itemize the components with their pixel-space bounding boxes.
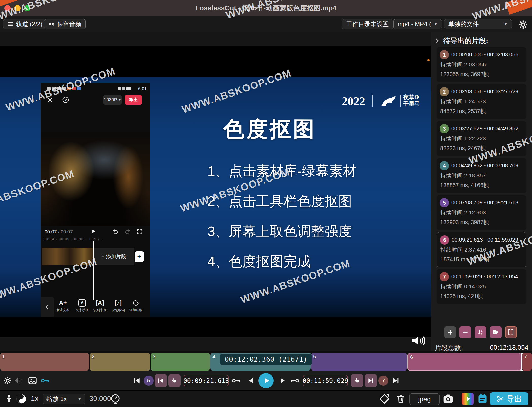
cut-end-time[interactable]: 00:11:59.029	[303, 375, 348, 386]
step-back-icon[interactable]	[247, 377, 255, 384]
fullscreen-icon[interactable]	[136, 228, 143, 235]
rotate-icon[interactable]	[379, 393, 390, 404]
tool-auto-captions[interactable]: [A] 识别字幕	[90, 298, 110, 312]
add-media-button[interactable]: +	[135, 251, 144, 262]
camera-snapshot-icon[interactable]	[442, 393, 454, 404]
brand-year: 2022	[342, 95, 365, 108]
top-toolbar: 轨道 (2/2) 保留音频 工作目录未设置 mp4 - MP4 (M ▼ 单独的…	[0, 16, 532, 33]
key-icon[interactable]	[290, 376, 300, 385]
speedometer-icon[interactable]	[110, 393, 121, 404]
play-icon[interactable]	[89, 228, 96, 235]
keep-audio-button[interactable]: 保留音频	[44, 19, 86, 29]
step-forward-icon[interactable]	[279, 377, 286, 384]
trash-icon[interactable]	[396, 393, 406, 404]
phone-video-preview	[41, 132, 150, 226]
timeline-segment[interactable]: 5	[311, 353, 407, 371]
chevron-right-icon	[434, 38, 440, 44]
segment-card[interactable]: 3 00:03:27.629 - 00:04:49.852 持续时间 1:22.…	[437, 121, 526, 156]
phone-time-display: 00:07 / 00:07	[45, 229, 73, 235]
video-player-area[interactable]: 6:01 1080P ▼ 导出 00:07 / 00:07	[0, 32, 431, 351]
back-chevron-button[interactable]	[41, 297, 54, 317]
segment-time-range: 00:03:27.629 - 00:04:49.852	[451, 125, 518, 132]
next-cut-icon	[367, 377, 374, 384]
waveform-icon[interactable]	[14, 377, 25, 385]
segment-number-badge: 1	[440, 50, 449, 59]
segments-panel-toggle-icon[interactable]	[477, 393, 488, 404]
segments-header[interactable]: 待导出的片段:	[434, 36, 488, 46]
redo-icon[interactable]	[124, 228, 131, 235]
segment-card[interactable]: 2 00:02:03.056 - 00:03:27.629 持续时间 1:24.…	[437, 84, 526, 119]
timeline-segment[interactable]: 7	[522, 353, 532, 371]
slide-step-2: 2、点击工具栏色度抠图	[207, 192, 352, 211]
rainbow-play-icon[interactable]	[462, 393, 474, 405]
add-clip-area[interactable]: + 添加片段	[93, 248, 134, 265]
play-button[interactable]	[258, 373, 274, 388]
jump-end-icon[interactable]	[392, 377, 400, 385]
app-window: LosslessCut - 第15节-动画蒙版色度抠图.mp4 轨道 (2/2)…	[0, 0, 532, 407]
text-template-icon: A	[73, 298, 92, 308]
keyframes-icon[interactable]	[40, 376, 50, 385]
tool-text-template[interactable]: A 文字模板	[73, 298, 92, 312]
tool-add-sticker[interactable]: 添加贴纸	[126, 298, 146, 312]
timeline-playhead[interactable]	[521, 353, 522, 371]
jump-start-icon[interactable]	[133, 377, 141, 385]
segment-duration: 持续时间 2:12.903	[440, 209, 486, 216]
label-segment-button[interactable]	[490, 326, 502, 338]
sort-segments-button[interactable]	[475, 326, 486, 338]
chevron-down-icon: ▼	[504, 22, 508, 26]
yin-yang-icon[interactable]	[16, 393, 27, 404]
settings-gear-icon[interactable]	[518, 20, 528, 29]
tracks-button[interactable]: 轨道 (2/2)	[3, 19, 47, 29]
volume-icon[interactable]	[411, 334, 428, 347]
segment-card[interactable]: 7 00:11:59.029 - 00:12:13.054 持续时间 0:14.…	[437, 269, 526, 304]
cut-start-time[interactable]: 00:09:21.613	[184, 375, 229, 386]
timeline-zoom-select[interactable]: 缩放 1x ▼	[43, 394, 85, 404]
timeline-segment[interactable]: 3	[151, 353, 210, 371]
timeline-segment[interactable]: 2	[90, 353, 150, 371]
add-segment-button[interactable]	[444, 326, 456, 338]
thumbnails-icon[interactable]	[27, 376, 38, 385]
output-format-select[interactable]: mp4 - MP4 (M ▼	[393, 19, 442, 29]
segment-card[interactable]: 1 00:00:00.000 - 00:02:03.056 持续时间 2:03.…	[437, 47, 526, 82]
chevron-down-icon: ▼	[78, 397, 81, 401]
resolution-select[interactable]: 1080P ▼	[103, 95, 122, 105]
undo-icon[interactable]	[112, 228, 119, 235]
remove-segment-button[interactable]	[459, 326, 471, 338]
working-dir-button[interactable]: 工作目录未设置	[342, 19, 393, 29]
export-button[interactable]: 导出	[490, 392, 528, 405]
split-segments-button[interactable]	[505, 326, 517, 338]
segment-duration: 持续时间 2:18.857	[440, 172, 486, 179]
player-settings-gear-icon[interactable]	[3, 376, 12, 385]
title-bar: LosslessCut - 第15节-动画蒙版色度抠图.mp4	[0, 0, 532, 16]
jump-cut-end-button[interactable]	[365, 374, 377, 387]
segment-card[interactable]: 5 00:07:08.709 - 00:09:21.613 持续时间 2:12.…	[437, 195, 526, 230]
slide-title: 色度抠图	[223, 115, 316, 144]
key-icon[interactable]	[231, 376, 241, 385]
segment-frames-info: 138857 ms, 4166帧	[440, 181, 489, 189]
timeline-segment[interactable]: 6	[407, 353, 521, 371]
tool-new-text[interactable]: A+ 新建文本	[53, 298, 73, 312]
timeline-zoom-value: 缩放 1x	[46, 395, 67, 403]
jump-cut-start-button[interactable]	[155, 374, 167, 387]
set-cut-start-button[interactable]	[168, 374, 181, 387]
segment-frames-info: 132903 ms, 3987帧	[440, 218, 489, 226]
help-icon[interactable]	[62, 96, 69, 104]
capture-format-button[interactable]: jpeg	[409, 393, 440, 405]
timeline-segment[interactable]: 1	[0, 353, 89, 371]
person-tracker-icon[interactable]	[4, 394, 14, 403]
phone-timeline-thumbnails[interactable]	[42, 248, 93, 265]
set-cut-end-button[interactable]	[351, 374, 363, 387]
phone-playhead[interactable]	[93, 241, 94, 300]
timeline[interactable]: 1234567 00:12:02.360 (21671)	[0, 351, 532, 371]
close-icon[interactable]	[46, 96, 54, 104]
segment-card[interactable]: 6 00:09:21.613 - 00:11:59.029 持续时间 2:37.…	[437, 232, 526, 267]
segments-sidebar: 待导出的片段: 1 00:00:00.000 - 00:02:03.056 持续…	[431, 32, 532, 351]
output-mode-select[interactable]: 单独的文件 ▼	[444, 19, 512, 29]
phone-export-button[interactable]: 导出	[125, 95, 142, 105]
segment-card[interactable]: 4 00:04:49.852 - 00:07:08.709 持续时间 2:18.…	[437, 158, 526, 193]
segment-frames-info: 82223 ms, 2467帧	[440, 144, 486, 152]
segment-frames-info: 157415 ms, 4722帧	[440, 256, 489, 263]
tool-auto-lyrics[interactable]: [♪] 识别歌词	[109, 298, 128, 312]
playback-speed[interactable]: 1x	[31, 395, 39, 403]
play-icon	[465, 396, 471, 402]
